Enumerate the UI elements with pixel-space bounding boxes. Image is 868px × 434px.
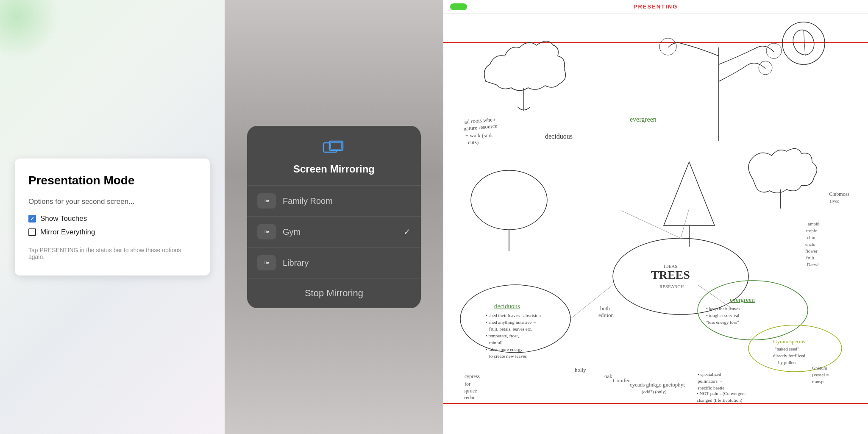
apple-tv-icon-3: tv bbox=[257, 255, 276, 270]
right-panel: PRESENTING ad roots bbox=[443, 0, 868, 434]
mirror-everything-checkbox[interactable] bbox=[28, 228, 36, 236]
svg-text:• temperate, frost,: • temperate, frost, bbox=[486, 333, 519, 338]
svg-text:oak: oak bbox=[604, 373, 612, 379]
middle-panel: Screen Mirroring tv Family Room tv Gym… bbox=[225, 0, 443, 434]
svg-text:by pollen: by pollen bbox=[778, 360, 796, 365]
show-touches-checkbox[interactable] bbox=[28, 215, 36, 223]
svg-text:cedar: cedar bbox=[464, 395, 475, 401]
svg-text:holly: holly bbox=[575, 367, 586, 373]
svg-text:pollinators →: pollinators → bbox=[698, 378, 723, 384]
svg-text:fruit: fruit bbox=[806, 255, 814, 260]
svg-text:Clubmoss: Clubmoss bbox=[829, 191, 849, 197]
svg-point-5 bbox=[782, 22, 825, 64]
svg-text:fruit, petals, leaves etc.: fruit, petals, leaves etc. bbox=[489, 326, 532, 331]
stop-mirroring-row[interactable]: Stop Mirroring bbox=[247, 278, 421, 308]
dialog-title: Screen Mirroring bbox=[257, 163, 411, 175]
show-touches-row[interactable]: Show Touches bbox=[28, 214, 196, 223]
svg-text:deciduous: deciduous bbox=[494, 303, 520, 309]
apple-tv-icon-2: tv bbox=[257, 224, 276, 239]
svg-text:• tougher survival: • tougher survival bbox=[706, 313, 739, 318]
mirror-everything-label: Mirror Everything bbox=[40, 228, 95, 236]
svg-text:"less energy loss": "less energy loss" bbox=[706, 320, 739, 325]
green-status-pill bbox=[450, 3, 467, 10]
svg-text:• shed their leaves - abscisio: • shed their leaves - abscision bbox=[486, 313, 541, 318]
notes-area: ad roots when nature resource + walk (si… bbox=[443, 14, 868, 434]
svg-text:(lyco: (lyco bbox=[830, 198, 840, 204]
svg-text:• takes more energy: • takes more energy bbox=[486, 347, 523, 352]
selected-checkmark: ✓ bbox=[403, 227, 411, 237]
svg-point-10 bbox=[766, 43, 782, 58]
options-label: Options for your second screen... bbox=[28, 198, 196, 206]
device-name-gym: Gym bbox=[283, 227, 403, 237]
svg-text:transp: transp bbox=[812, 379, 823, 384]
show-touches-label: Show Touches bbox=[40, 214, 87, 223]
svg-text:amphi: amphi bbox=[808, 221, 820, 226]
svg-text:• keep their leaves: • keep their leaves bbox=[706, 306, 740, 311]
svg-point-27 bbox=[460, 285, 570, 353]
svg-text:cypress: cypress bbox=[465, 373, 480, 379]
dialog-header: Screen Mirroring bbox=[247, 126, 421, 186]
tap-hint: Tap PRESENTING in the status bar to show… bbox=[28, 247, 196, 260]
svg-text:RESEARCH: RESEARCH bbox=[659, 284, 684, 289]
svg-text:evergreen: evergreen bbox=[630, 116, 657, 123]
svg-text:Darwi: Darwi bbox=[807, 262, 819, 267]
svg-point-19 bbox=[471, 170, 547, 230]
svg-text:Gymnosperms: Gymnosperms bbox=[773, 338, 805, 345]
svg-text:directly fertilized: directly fertilized bbox=[773, 353, 806, 358]
device-name-family-room: Family Room bbox=[283, 196, 411, 206]
device-row-library[interactable]: tv Library bbox=[247, 248, 421, 278]
apple-tv-icon-1: tv bbox=[257, 193, 276, 209]
presentation-title: Presentation Mode bbox=[28, 174, 196, 187]
presenting-bar: PRESENTING bbox=[443, 0, 868, 14]
device-list: tv Family Room tv Gym ✓ tv Library bbox=[247, 186, 421, 278]
svg-text:(vessel =: (vessel = bbox=[812, 372, 829, 378]
svg-text:for: for bbox=[465, 381, 470, 387]
svg-point-12 bbox=[659, 38, 676, 55]
svg-text:Gnetum: Gnetum bbox=[812, 365, 827, 370]
screen-mirror-dialog: Screen Mirroring tv Family Room tv Gym… bbox=[247, 126, 421, 308]
svg-text:cuts): cuts) bbox=[468, 139, 479, 145]
device-row-gym[interactable]: tv Gym ✓ bbox=[247, 217, 421, 248]
svg-text:rainfall: rainfall bbox=[489, 340, 503, 345]
svg-line-76 bbox=[621, 211, 681, 238]
left-panel: Presentation Mode Options for your secon… bbox=[0, 0, 225, 434]
svg-text:Conifer: Conifer bbox=[613, 377, 630, 384]
svg-text:edition: edition bbox=[598, 312, 614, 318]
svg-text:cycads  ginkgo  gnetophyt: cycads ginkgo gnetophyt bbox=[630, 381, 685, 388]
svg-text:flower: flower bbox=[805, 248, 818, 253]
svg-text:+ walk (sink: + walk (sink bbox=[465, 132, 493, 139]
svg-text:clim: clim bbox=[807, 235, 815, 240]
svg-text:(odd?)   (only): (odd?) (only) bbox=[642, 389, 667, 395]
svg-text:both: both bbox=[600, 305, 610, 312]
svg-text:evergreen: evergreen bbox=[730, 296, 755, 303]
device-row-family-room[interactable]: tv Family Room bbox=[247, 186, 421, 217]
mirror-everything-row[interactable]: Mirror Everything bbox=[28, 228, 196, 236]
svg-text:specific beetle: specific beetle bbox=[698, 385, 724, 390]
svg-text:• NOT palms (Convergent: • NOT palms (Convergent bbox=[697, 391, 746, 396]
device-name-library: Library bbox=[283, 258, 411, 268]
tree-sketch-svg: ad roots when nature resource + walk (si… bbox=[443, 14, 868, 434]
screen-mirror-icon bbox=[257, 139, 411, 158]
presenting-label: PRESENTING bbox=[634, 3, 678, 10]
svg-text:• shed anything nutritive →: • shed anything nutritive → bbox=[486, 320, 537, 325]
svg-text:"naked seed": "naked seed" bbox=[775, 346, 799, 351]
svg-point-11 bbox=[759, 61, 772, 75]
svg-line-75 bbox=[698, 285, 732, 308]
svg-text:spruce: spruce bbox=[464, 388, 477, 394]
svg-text:enclo: enclo bbox=[805, 242, 815, 247]
stop-mirroring-button[interactable]: Stop Mirroring bbox=[305, 288, 363, 298]
svg-text:TREES: TREES bbox=[651, 268, 690, 281]
svg-text:to create new leaves: to create new leaves bbox=[489, 353, 527, 359]
svg-text:tropic: tropic bbox=[806, 228, 817, 233]
presentation-card: Presentation Mode Options for your secon… bbox=[15, 159, 210, 275]
svg-line-77 bbox=[681, 209, 689, 238]
svg-text:changed (life   Evolution): changed (life Evolution) bbox=[697, 398, 743, 403]
svg-text:• specialized: • specialized bbox=[698, 372, 721, 377]
svg-text:deciduous: deciduous bbox=[545, 133, 573, 140]
